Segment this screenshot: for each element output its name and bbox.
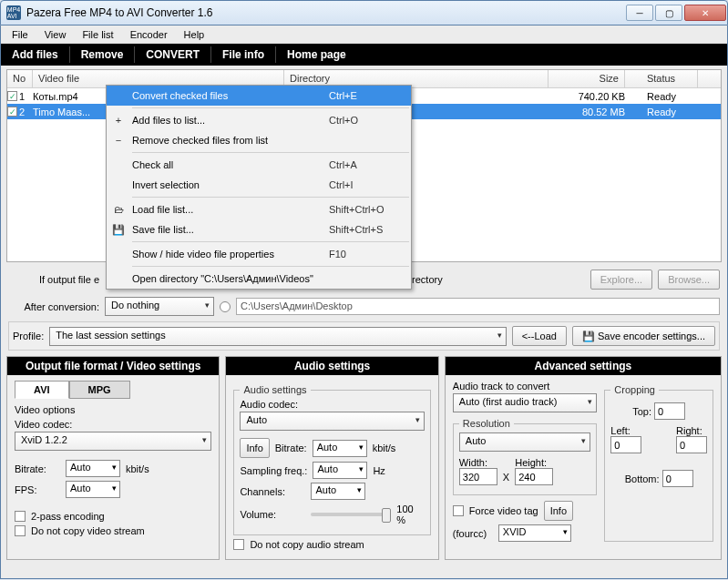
window-title: Pazera Free MP4 to AVI Converter 1.6 xyxy=(26,6,625,19)
audio-codec-combo[interactable]: Auto xyxy=(240,412,424,431)
row-checkbox[interactable]: ✓ xyxy=(7,91,17,101)
context-menu-item[interactable]: Open directory "C:\Users\Админ\Videos" xyxy=(107,269,411,289)
explore-button[interactable]: Explore... xyxy=(590,270,652,290)
audio-info-button[interactable]: Info xyxy=(240,438,269,458)
row-checkbox[interactable]: ✓ xyxy=(7,107,17,117)
context-menu-item[interactable]: Show / hide video file propertiesF10 xyxy=(107,244,411,264)
audio-bitrate-combo[interactable]: Auto xyxy=(313,440,367,457)
audio-panel-title: Audio settings xyxy=(226,357,437,375)
menu-encoder[interactable]: Encoder xyxy=(123,27,175,42)
dest-radio[interactable] xyxy=(220,301,231,312)
advanced-panel-title: Advanced settings xyxy=(446,357,721,375)
track-label: Audio track to convert xyxy=(453,381,598,392)
close-button[interactable]: ✕ xyxy=(684,5,726,21)
menubar: File View File list Encoder Help xyxy=(1,25,727,44)
video-panel-title: Output file format / Video settings xyxy=(7,357,219,375)
volume-label: Volume: xyxy=(240,509,305,520)
file-info-button[interactable]: File info xyxy=(211,45,275,65)
context-menu-item[interactable]: Convert checked filesCtrl+E xyxy=(107,86,411,106)
minimize-button[interactable]: ─ xyxy=(626,5,653,21)
crop-left[interactable] xyxy=(610,436,641,453)
profile-label: Profile: xyxy=(13,331,44,341)
app-icon: MP4AVI xyxy=(6,5,21,20)
tab-avi[interactable]: AVI xyxy=(15,381,69,399)
video-codec-label: Video codec: xyxy=(15,419,211,430)
profile-combo[interactable]: The last session settings xyxy=(49,327,506,346)
maximize-button[interactable]: ▢ xyxy=(655,5,682,21)
force-tag-checkbox[interactable] xyxy=(453,505,464,516)
no-copy-audio-checkbox[interactable] xyxy=(233,539,244,550)
resolution-legend: Resolution xyxy=(459,418,514,429)
fps-combo[interactable]: Auto xyxy=(66,481,120,498)
remove-button[interactable]: Remove xyxy=(70,45,135,65)
crop-bottom[interactable] xyxy=(662,470,693,487)
video-options-label: Video options xyxy=(15,404,211,415)
menu-file[interactable]: File xyxy=(5,27,36,42)
no-copy-video-checkbox[interactable] xyxy=(15,525,26,536)
volume-slider[interactable] xyxy=(311,513,391,516)
crop-right[interactable] xyxy=(676,436,707,453)
add-files-button[interactable]: Add files xyxy=(1,45,69,65)
if-exists-label: If output file e xyxy=(8,274,99,285)
menu-view[interactable]: View xyxy=(37,27,74,42)
context-menu: Convert checked filesCtrl+E+Add files to… xyxy=(106,85,412,290)
bitrate-label: Bitrate: xyxy=(15,463,60,474)
browse-button[interactable]: Browse... xyxy=(658,270,720,290)
channels-label: Channels: xyxy=(240,486,305,497)
advanced-panel: Advanced settings Audio track to convert… xyxy=(445,356,722,560)
after-conversion-label: After conversion: xyxy=(8,301,99,312)
two-pass-checkbox[interactable] xyxy=(15,511,26,522)
dest-path-field[interactable]: C:\Users\Админ\Desktop xyxy=(236,298,720,315)
sampling-label: Sampling freq.: xyxy=(240,465,307,476)
channels-combo[interactable]: Auto xyxy=(311,483,365,500)
tab-mpg[interactable]: MPG xyxy=(69,381,130,399)
audio-panel: Audio settings Audio settings Audio code… xyxy=(225,356,438,560)
video-codec-combo[interactable]: XviD 1.2.2 xyxy=(15,432,211,451)
height-input[interactable] xyxy=(515,468,553,485)
fourcc-info-button[interactable]: Info xyxy=(544,501,573,521)
context-menu-item[interactable]: Check allCtrl+A xyxy=(107,155,411,175)
video-panel: Output file format / Video settings AVI … xyxy=(6,356,220,560)
menu-help[interactable]: Help xyxy=(177,27,212,42)
sampling-combo[interactable]: Auto xyxy=(313,462,367,479)
home-page-button[interactable]: Home page xyxy=(276,45,357,65)
audio-settings-legend: Audio settings xyxy=(240,384,310,395)
save-encoder-button[interactable]: 💾 Save encoder settings... xyxy=(572,326,715,346)
load-profile-button[interactable]: <--Load xyxy=(512,326,567,346)
resolution-combo[interactable]: Auto xyxy=(459,432,591,452)
file-list[interactable]: No Video file Directory Size Status ✓1 К… xyxy=(6,69,722,262)
context-menu-item[interactable]: +Add files to list...Ctrl+O xyxy=(107,110,411,130)
col-no[interactable]: No xyxy=(7,70,33,87)
toolbar: Add files Remove CONVERT File info Home … xyxy=(1,44,727,66)
titlebar: MP4AVI Pazera Free MP4 to AVI Converter … xyxy=(0,0,728,25)
fps-label: FPS: xyxy=(15,484,60,495)
video-bitrate-combo[interactable]: Auto xyxy=(66,460,120,477)
audio-codec-label: Audio codec: xyxy=(240,399,424,410)
menu-filelist[interactable]: File list xyxy=(75,27,120,42)
track-combo[interactable]: Auto (first audio track) xyxy=(453,393,598,412)
col-size[interactable]: Size xyxy=(549,70,625,87)
context-menu-item[interactable]: Invert selectionCtrl+I xyxy=(107,175,411,195)
col-status[interactable]: Status xyxy=(625,70,698,87)
after-conversion-combo[interactable]: Do nothing xyxy=(105,297,214,316)
fourcc-combo[interactable]: XVID xyxy=(498,524,571,542)
context-menu-item[interactable]: 🗁Load file list...Shift+Ctrl+O xyxy=(107,199,411,219)
cropping-legend: Cropping xyxy=(610,384,659,395)
crop-top[interactable] xyxy=(654,402,685,420)
width-input[interactable] xyxy=(459,468,497,485)
context-menu-item[interactable]: 💾Save file list...Shift+Ctrl+S xyxy=(107,219,411,239)
context-menu-item[interactable]: −Remove checked files from list xyxy=(107,130,411,150)
convert-button[interactable]: CONVERT xyxy=(135,45,210,65)
